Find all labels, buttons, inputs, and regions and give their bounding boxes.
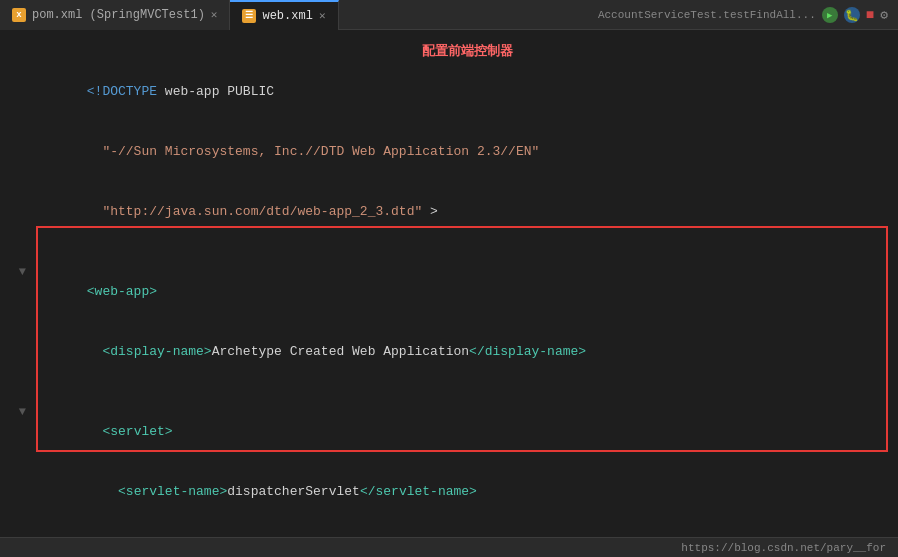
- fold-icon-5[interactable]: ▼: [19, 265, 26, 279]
- code-line-2: "-//Sun Microsystems, Inc.//DTD Web Appl…: [0, 122, 898, 182]
- settings-button[interactable]: ⚙: [880, 7, 888, 23]
- code-line-8: ▼ <servlet>: [0, 402, 898, 462]
- tab-pom-label: pom.xml (SpringMVCTest1): [32, 8, 205, 22]
- tab-bar: x pom.xml (SpringMVCTest1) ✕ ☰ web.xml ✕…: [0, 0, 898, 30]
- line-code-3: "http://java.sun.com/dtd/web-app_2_3.dtd…: [36, 182, 898, 242]
- stop-button[interactable]: ■: [866, 7, 874, 23]
- status-url: https://blog.csdn.net/pary__for: [681, 542, 886, 554]
- line-code-5: <web-app>: [36, 262, 898, 322]
- tab-web[interactable]: ☰ web.xml ✕: [230, 0, 338, 30]
- debug-button[interactable]: 🐛: [844, 7, 860, 23]
- top-hint-label: AccountServiceTest.testFindAll...: [598, 9, 816, 21]
- line-code-1: <!DOCTYPE web-app PUBLIC: [36, 62, 898, 122]
- tab-web-close[interactable]: ✕: [319, 9, 326, 22]
- tab-pom[interactable]: x pom.xml (SpringMVCTest1) ✕: [0, 0, 230, 30]
- code-line-9: <servlet-name>dispatcherServlet</servlet…: [0, 462, 898, 522]
- line-code-4: [36, 242, 898, 262]
- code-line-1: <!DOCTYPE web-app PUBLIC: [0, 62, 898, 122]
- code-editor[interactable]: 配置前端控制器 <!DOCTYPE web-app PUBLIC "-//Sun…: [0, 30, 898, 537]
- fold-icon-8[interactable]: ▼: [19, 405, 26, 419]
- code-line-7: [0, 382, 898, 402]
- line-code-6: <display-name>Archetype Created Web Appl…: [36, 322, 898, 382]
- web-tab-icon: ☰: [242, 9, 256, 23]
- code-line-10: <servlet-class>org.springframework.web.s…: [0, 522, 898, 537]
- code-line-3: "http://java.sun.com/dtd/web-app_2_3.dtd…: [0, 182, 898, 242]
- code-line-5: ▼ <web-app>: [0, 262, 898, 322]
- line-code-2: "-//Sun Microsystems, Inc.//DTD Web Appl…: [36, 122, 898, 182]
- line-code-10: <servlet-class>org.springframework.web.s…: [36, 522, 898, 537]
- status-bar: https://blog.csdn.net/pary__for: [0, 537, 898, 557]
- tab-pom-close[interactable]: ✕: [211, 8, 218, 21]
- line-code-7: [36, 382, 898, 402]
- run-button[interactable]: ▶: [822, 7, 838, 23]
- line-code-9: <servlet-name>dispatcherServlet</servlet…: [36, 462, 898, 522]
- pom-tab-icon: x: [12, 8, 26, 22]
- line-gutter-8: ▼: [0, 402, 36, 422]
- code-line-6: <display-name>Archetype Created Web Appl…: [0, 322, 898, 382]
- code-line-4: [0, 242, 898, 262]
- line-gutter-5: ▼: [0, 262, 36, 282]
- tab-web-label: web.xml: [262, 9, 312, 23]
- line-code-8: <servlet>: [36, 402, 898, 462]
- toolbar-right: AccountServiceTest.testFindAll... ▶ 🐛 ■ …: [598, 0, 888, 30]
- annotation-label: 配置前端控制器: [0, 38, 898, 62]
